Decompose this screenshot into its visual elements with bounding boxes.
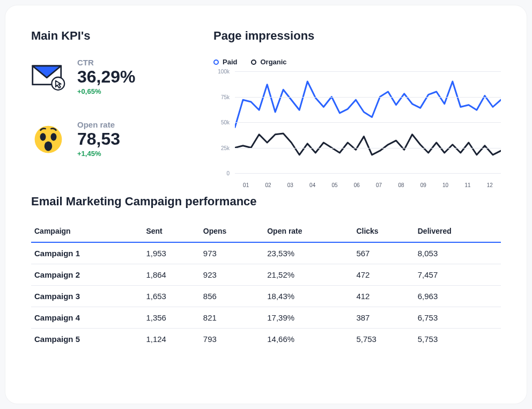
y-gridline — [235, 97, 501, 98]
table-cell: 821 — [200, 307, 264, 329]
y-gridline — [235, 122, 501, 123]
x-tick-label: 12 — [479, 182, 501, 188]
legend-circle-icon — [213, 60, 219, 65]
y-tick-label: 75k — [221, 94, 230, 100]
table-row: Campaign 41,35682117,39%3876,753 — [31, 307, 501, 329]
table-cell: 6,963 — [415, 286, 501, 307]
table-cell: Campaign 1 — [31, 242, 143, 264]
kpi-ctr-delta: +0,65% — [77, 87, 136, 95]
table-cell: 567 — [353, 242, 414, 264]
table-cell: 1,953 — [143, 242, 200, 264]
table-cell: 412 — [353, 286, 414, 307]
table-cell: Campaign 4 — [31, 307, 143, 329]
table-cell: 5,753 — [353, 329, 414, 350]
table-header-cell: Delivered — [415, 221, 501, 242]
table-cell: 856 — [200, 286, 264, 307]
table-cell: 17,39% — [264, 307, 353, 329]
campaign-table: CampaignSentOpensOpen rateClicksDelivere… — [31, 221, 501, 349]
kpi-openrate-delta: +1,45% — [77, 150, 120, 158]
table-header-cell: Opens — [200, 221, 264, 242]
y-gridline — [235, 173, 501, 174]
table-section-title: Email Marketing Campaign performance — [31, 195, 501, 209]
table-cell: 7,457 — [415, 264, 501, 286]
table-row: Campaign 31,65385618,43%4126,963 — [31, 286, 501, 307]
impressions-chart: 025k50k75k100k 010203040506070809101112 — [213, 71, 501, 188]
table-cell: 973 — [200, 242, 264, 264]
x-tick-label: 07 — [368, 182, 390, 188]
x-tick-label: 03 — [279, 182, 301, 188]
table-cell: Campaign 2 — [31, 264, 143, 286]
x-tick-label: 08 — [390, 182, 412, 188]
svg-point-4 — [40, 133, 46, 141]
table-row: Campaign 11,95397323,53%5678,053 — [31, 242, 501, 264]
table-cell: 387 — [353, 307, 414, 329]
legend-circle-icon — [251, 60, 256, 65]
x-tick-label: 10 — [434, 182, 456, 188]
table-row: Campaign 51,12479314,66%5,7535,753 — [31, 329, 501, 350]
kpi-ctr: CTR 36,29% +0,65% — [31, 58, 192, 95]
table-cell: 21,52% — [264, 264, 353, 286]
kpi-openrate-label: Open rate — [77, 120, 120, 129]
table-cell: Campaign 5 — [31, 329, 143, 350]
table-row: Campaign 21,86492321,52%4727,457 — [31, 264, 501, 286]
legend-paid: Paid — [213, 58, 237, 66]
table-header-cell: Open rate — [264, 221, 353, 242]
legend-paid-label: Paid — [223, 58, 237, 66]
impressions-panel: Page impressions Paid Organic 025k50k75k… — [213, 29, 501, 188]
chart-series-line — [235, 133, 501, 155]
x-tick-label: 09 — [412, 182, 434, 188]
kpi-section-title: Main KPI's — [31, 29, 192, 43]
x-tick-label: 06 — [346, 182, 368, 188]
kpi-ctr-value: 36,29% — [77, 67, 136, 87]
wow-face-icon — [31, 123, 65, 155]
envelope-click-icon — [31, 61, 65, 93]
chart-legend: Paid Organic — [213, 58, 501, 66]
x-tick-label: 04 — [301, 182, 323, 188]
table-cell: 793 — [200, 329, 264, 350]
legend-organic: Organic — [251, 58, 286, 66]
legend-organic-label: Organic — [260, 58, 286, 66]
dashboard-card: Main KPI's CTR 36,29% +0,65% — [5, 5, 527, 404]
table-cell: 6,753 — [415, 307, 501, 329]
table-cell: 1,864 — [143, 264, 200, 286]
x-tick-label: 01 — [235, 182, 257, 188]
table-cell: 14,66% — [264, 329, 353, 350]
y-tick-label: 25k — [221, 145, 230, 151]
svg-point-5 — [51, 133, 57, 141]
kpi-openrate-value: 78,53 — [77, 129, 120, 150]
x-tick-label: 02 — [257, 182, 279, 188]
x-tick-label: 05 — [323, 182, 345, 188]
svg-point-6 — [45, 141, 53, 151]
kpi-panel: Main KPI's CTR 36,29% +0,65% — [31, 29, 192, 188]
table-cell: 23,53% — [264, 242, 353, 264]
table-cell: 472 — [353, 264, 414, 286]
table-cell: 1,124 — [143, 329, 200, 350]
kpi-ctr-label: CTR — [77, 58, 136, 67]
table-header-cell: Sent — [143, 221, 200, 242]
y-tick-label: 0 — [226, 170, 230, 176]
table-cell: 1,356 — [143, 307, 200, 329]
chart-series-line — [235, 81, 501, 128]
chart-x-axis: 010203040506070809101112 — [235, 182, 501, 188]
y-gridline — [235, 148, 501, 148]
table-cell: Campaign 3 — [31, 286, 143, 307]
table-cell: 923 — [200, 264, 264, 286]
table-cell: 8,053 — [415, 242, 501, 264]
table-cell: 18,43% — [264, 286, 353, 307]
impressions-title: Page impressions — [213, 29, 501, 43]
y-tick-label: 100k — [218, 69, 230, 75]
table-header-cell: Campaign — [31, 221, 143, 242]
table-cell: 1,653 — [143, 286, 200, 307]
table-cell: 5,753 — [415, 329, 501, 350]
y-tick-label: 50k — [221, 120, 230, 125]
y-gridline — [235, 71, 501, 72]
x-tick-label: 11 — [456, 182, 478, 188]
kpi-openrate: Open rate 78,53 +1,45% — [31, 120, 192, 158]
table-header-cell: Clicks — [353, 221, 414, 242]
